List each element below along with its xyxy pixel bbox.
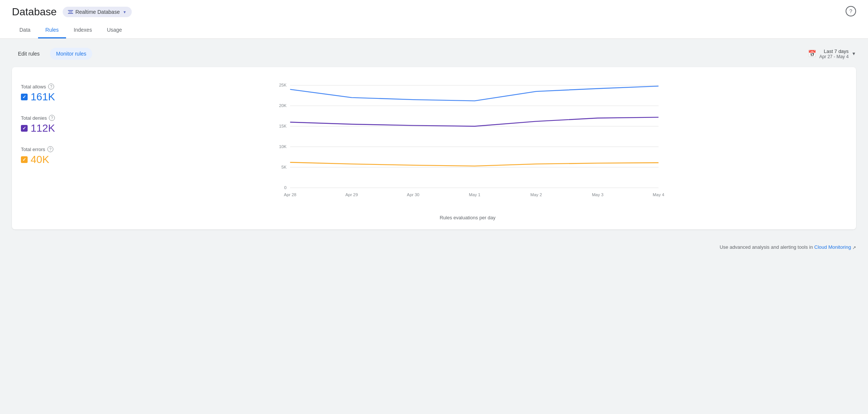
date-range-main: Last 7 days [819, 48, 849, 54]
denies-help-icon[interactable]: ? [49, 115, 55, 121]
allows-value: 161K [21, 91, 81, 103]
chart-card: Total allows ? 161K Total denies ? [12, 67, 856, 229]
svg-text:Apr 29: Apr 29 [346, 192, 358, 197]
date-range-sub: Apr 27 - May 4 [819, 54, 849, 59]
allows-checkbox[interactable] [21, 94, 28, 100]
errors-label: Total errors [21, 147, 45, 152]
svg-text:5K: 5K [281, 165, 287, 169]
edit-rules-button[interactable]: Edit rules [12, 48, 46, 60]
page-header: Database Realtime Database ▼ ? Data Rule… [0, 0, 868, 39]
tab-rules[interactable]: Rules [38, 22, 66, 38]
errors-checkbox[interactable] [21, 156, 28, 163]
svg-text:20K: 20K [279, 103, 287, 108]
svg-text:May 3: May 3 [592, 192, 603, 197]
chevron-down-icon: ▼ [123, 10, 127, 14]
legend-item-errors: Total errors ? 40K [21, 146, 81, 166]
toolbar: Edit rules Monitor rules 📅 Last 7 days A… [12, 48, 856, 60]
external-link-icon: ↗ [852, 245, 856, 250]
errors-help-icon[interactable]: ? [47, 146, 53, 152]
svg-text:Apr 28: Apr 28 [284, 192, 296, 197]
allows-help-icon[interactable]: ? [48, 84, 54, 90]
monitor-rules-button[interactable]: Monitor rules [50, 48, 92, 60]
chart-legend: Total allows ? 161K Total denies ? [21, 76, 88, 220]
db-selector[interactable]: Realtime Database ▼ [63, 7, 132, 17]
db-selector-label: Realtime Database [75, 9, 120, 15]
date-range-text: Last 7 days Apr 27 - May 4 [819, 48, 849, 59]
db-selector-icon [68, 10, 73, 14]
main-content: Edit rules Monitor rules 📅 Last 7 days A… [0, 39, 868, 238]
calendar-icon: 📅 [808, 50, 816, 58]
legend-item-allows: Total allows ? 161K [21, 84, 81, 103]
legend-item-denies: Total denies ? 112K [21, 115, 81, 134]
date-range-selector[interactable]: 📅 Last 7 days Apr 27 - May 4 ▼ [808, 48, 856, 59]
svg-text:Apr 30: Apr 30 [407, 192, 419, 197]
footer-note-text: Use advanced analysis and alerting tools… [719, 244, 813, 250]
svg-text:May 4: May 4 [653, 192, 664, 197]
footer-note: Use advanced analysis and alerting tools… [0, 238, 868, 256]
svg-text:25K: 25K [279, 83, 287, 87]
denies-checkbox[interactable] [21, 125, 28, 132]
svg-text:15K: 15K [279, 124, 287, 128]
nav-tabs: Data Rules Indexes Usage [12, 22, 856, 38]
svg-text:0: 0 [284, 185, 287, 190]
chart-footer: Rules evaluations per day [88, 215, 847, 220]
chart-area: 25K 20K 15K 10K 5K 0 [88, 76, 847, 220]
svg-text:10K: 10K [279, 144, 287, 149]
denies-value: 112K [21, 122, 81, 134]
cloud-monitoring-link[interactable]: Cloud Monitoring [814, 244, 851, 250]
allows-label: Total allows [21, 84, 46, 90]
svg-text:May 2: May 2 [530, 192, 542, 197]
tab-indexes[interactable]: Indexes [66, 22, 99, 38]
chart-svg: 25K 20K 15K 10K 5K 0 [88, 76, 847, 212]
svg-text:May 1: May 1 [469, 192, 480, 197]
page-title: Database [12, 6, 57, 18]
tab-data[interactable]: Data [12, 22, 38, 38]
tab-usage[interactable]: Usage [99, 22, 129, 38]
denies-label: Total denies [21, 115, 47, 121]
date-range-chevron-icon: ▼ [852, 51, 856, 56]
help-icon[interactable]: ? [846, 6, 856, 16]
errors-value: 40K [21, 154, 81, 166]
